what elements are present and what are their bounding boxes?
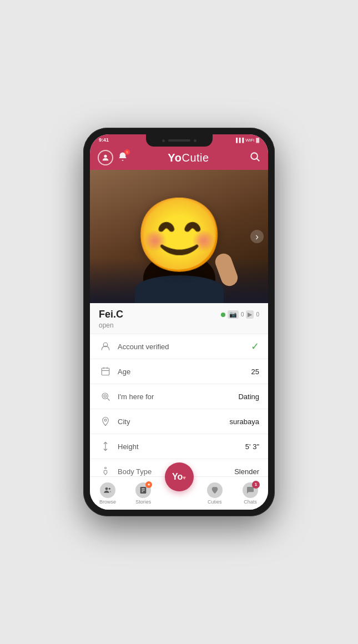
nav-cuties[interactable]: Cuties bbox=[197, 482, 233, 505]
city-label: City bbox=[118, 417, 230, 426]
age-label: Age bbox=[118, 368, 251, 376]
svg-point-10 bbox=[104, 395, 107, 398]
chats-icon: 1 bbox=[243, 482, 258, 498]
detail-account-verified: Account verified ✓ bbox=[90, 334, 268, 359]
detail-city: City surabaya bbox=[90, 409, 268, 434]
photo-count: 0 bbox=[241, 311, 244, 318]
stories-icon: ★ bbox=[135, 482, 151, 498]
browse-icon bbox=[100, 482, 115, 498]
yo-button[interactable]: Yo♥ bbox=[165, 462, 194, 491]
verified-icon bbox=[99, 340, 112, 353]
cuties-icon bbox=[207, 482, 223, 498]
stories-label: Stories bbox=[135, 499, 151, 505]
yo-label: Yo♥ bbox=[172, 472, 186, 482]
body-type-value: Slender bbox=[234, 467, 259, 476]
height-label: Height bbox=[118, 442, 245, 451]
body-type-icon bbox=[99, 465, 112, 476]
svg-point-1 bbox=[251, 153, 258, 159]
svg-rect-4 bbox=[102, 368, 109, 375]
search-button[interactable] bbox=[249, 151, 260, 165]
chats-badge: 1 bbox=[252, 481, 260, 489]
detail-height: Height 5' 3" bbox=[90, 434, 268, 459]
profile-name: Fei.C bbox=[99, 309, 123, 320]
svg-point-17 bbox=[105, 467, 107, 469]
svg-point-8 bbox=[102, 393, 108, 399]
svg-line-2 bbox=[257, 158, 260, 161]
wifi-icon: WiFi bbox=[245, 138, 254, 143]
title-yo: Yo bbox=[168, 152, 181, 164]
shirt-shape bbox=[135, 275, 224, 303]
app-title: YoCutie bbox=[168, 152, 209, 164]
cuties-label: Cuties bbox=[208, 499, 222, 505]
video-count: 0 bbox=[256, 311, 259, 318]
online-indicator bbox=[221, 313, 225, 317]
signal-icon: ▐▐▐ bbox=[234, 138, 244, 143]
face-emoji: 😊 bbox=[134, 199, 224, 271]
header-left: 1 bbox=[98, 150, 128, 165]
verified-label: Account verified bbox=[118, 343, 251, 351]
city-icon bbox=[99, 415, 112, 428]
status-icons: ▐▐▐ WiFi ▓ bbox=[234, 138, 259, 143]
nav-stories[interactable]: ★ Stories bbox=[125, 482, 161, 505]
detail-purpose: I'm here for Dating bbox=[90, 384, 268, 409]
notification-bell[interactable]: 1 bbox=[118, 152, 128, 164]
title-cutie: Cutie bbox=[181, 152, 209, 164]
detail-list: Account verified ✓ Age 25 bbox=[90, 334, 268, 476]
height-icon bbox=[99, 440, 112, 453]
profile-photo[interactable]: 😊 › bbox=[90, 170, 268, 303]
phone-screen: 9:41 ▐▐▐ WiFi ▓ 1 bbox=[90, 134, 268, 510]
stories-star-badge: ★ bbox=[145, 481, 152, 488]
bottom-navigation: Browse ★ Stories Yo♥ bbox=[90, 476, 268, 510]
svg-point-19 bbox=[109, 487, 110, 489]
profile-name-row: Fei.C 📷 0 ▶ 0 bbox=[99, 309, 259, 320]
app-header: 1 YoCutie bbox=[90, 145, 268, 170]
battery-icon: ▓ bbox=[256, 138, 259, 143]
next-photo-arrow[interactable]: › bbox=[250, 230, 264, 243]
status-time: 9:41 bbox=[99, 137, 109, 143]
profile-status: open bbox=[99, 321, 259, 329]
verified-checkmark: ✓ bbox=[251, 340, 259, 353]
svg-point-11 bbox=[104, 419, 107, 421]
nav-browse[interactable]: Browse bbox=[90, 482, 125, 505]
height-value: 5' 3" bbox=[245, 442, 259, 451]
bell-badge: 1 bbox=[124, 149, 130, 155]
city-value: surabaya bbox=[230, 417, 259, 426]
purpose-label: I'm here for bbox=[118, 393, 238, 401]
browse-label: Browse bbox=[99, 499, 116, 505]
svg-point-0 bbox=[104, 155, 107, 158]
svg-line-9 bbox=[107, 398, 109, 400]
user-avatar-button[interactable] bbox=[98, 150, 113, 165]
profile-media-row: 📷 0 ▶ 0 bbox=[221, 310, 259, 319]
age-value: 25 bbox=[251, 368, 259, 376]
camera-icon: 📷 bbox=[228, 310, 239, 319]
detail-age: Age 25 bbox=[90, 359, 268, 384]
svg-point-18 bbox=[105, 487, 108, 490]
nav-chats[interactable]: 1 Chats bbox=[233, 482, 268, 505]
video-icon: ▶ bbox=[246, 310, 254, 319]
age-icon bbox=[99, 365, 112, 378]
purpose-value: Dating bbox=[238, 393, 259, 401]
phone-notch bbox=[146, 134, 213, 147]
chats-label: Chats bbox=[244, 499, 257, 505]
purpose-icon bbox=[99, 390, 112, 403]
profile-info-section: Fei.C 📷 0 ▶ 0 open bbox=[90, 303, 268, 334]
phone-frame: 9:41 ▐▐▐ WiFi ▓ 1 bbox=[83, 128, 275, 516]
